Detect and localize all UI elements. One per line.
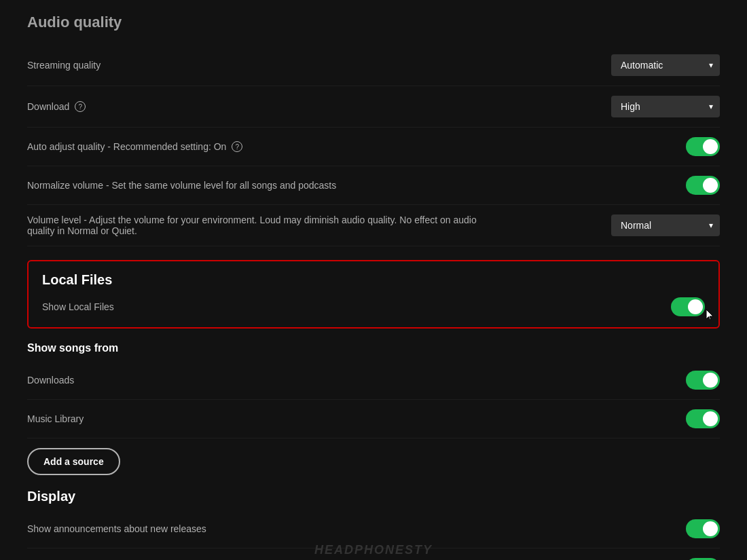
show-announcements-row: Show announcements about new releases bbox=[27, 510, 720, 548]
streaming-quality-select[interactable]: Automatic High Normal Low bbox=[611, 54, 720, 76]
normalize-volume-label: Normalize volume - Set the same volume l… bbox=[27, 180, 336, 191]
normalize-volume-row: Normalize volume - Set the same volume l… bbox=[27, 166, 720, 205]
show-local-files-toggle[interactable] bbox=[671, 297, 705, 316]
local-files-title: Local Files bbox=[42, 272, 705, 288]
show-local-files-row: Show Local Files bbox=[42, 297, 705, 316]
music-library-row: Music Library bbox=[27, 400, 720, 438]
download-quality-row: Download ? High Normal Low bbox=[27, 86, 720, 128]
show-local-files-label: Show Local Files bbox=[42, 301, 114, 312]
streaming-quality-select-wrapper: Automatic High Normal Low bbox=[611, 54, 720, 76]
volume-level-select[interactable]: Loud Normal Quiet bbox=[611, 214, 720, 236]
downloads-row: Downloads bbox=[27, 361, 720, 400]
volume-level-row: Volume level - Adjust the volume for you… bbox=[27, 205, 720, 246]
display-section: Display Show announcements about new rel… bbox=[27, 489, 720, 560]
show-songs-from-title: Show songs from bbox=[27, 342, 720, 354]
add-source-button[interactable]: Add a source bbox=[27, 448, 120, 475]
display-title: Display bbox=[27, 489, 720, 504]
show-announcements-label: Show announcements about new releases bbox=[27, 523, 206, 534]
auto-adjust-toggle[interactable] bbox=[686, 137, 720, 156]
volume-level-label: Volume level - Adjust the volume for you… bbox=[27, 214, 503, 236]
downloads-toggle[interactable] bbox=[686, 371, 720, 390]
audio-quality-title: Audio quality bbox=[27, 14, 720, 31]
download-info-icon[interactable]: ? bbox=[75, 101, 86, 112]
volume-level-select-wrapper: Loud Normal Quiet bbox=[611, 214, 720, 236]
show-announcements-toggle[interactable] bbox=[686, 519, 720, 538]
normalize-volume-toggle[interactable] bbox=[686, 176, 720, 195]
streaming-quality-label: Streaming quality bbox=[27, 60, 101, 71]
auto-adjust-label: Auto adjust quality - Recommended settin… bbox=[27, 141, 242, 152]
music-library-toggle[interactable] bbox=[686, 409, 720, 428]
streaming-quality-row: Streaming quality Automatic High Normal … bbox=[27, 45, 720, 86]
show-overlay-row: Show desktop overlay when using media ke… bbox=[27, 548, 720, 560]
cursor-icon bbox=[705, 308, 714, 322]
auto-adjust-row: Auto adjust quality - Recommended settin… bbox=[27, 128, 720, 166]
download-label: Download ? bbox=[27, 101, 86, 112]
download-quality-select[interactable]: High Normal Low bbox=[611, 96, 720, 117]
music-library-label: Music Library bbox=[27, 413, 84, 424]
show-songs-from-section: Show songs from Downloads Music Library … bbox=[27, 342, 720, 475]
downloads-label: Downloads bbox=[27, 375, 74, 386]
auto-adjust-info-icon[interactable]: ? bbox=[232, 141, 242, 152]
download-quality-select-wrapper: High Normal Low bbox=[611, 96, 720, 117]
local-files-section: Local Files Show Local Files bbox=[27, 260, 720, 329]
